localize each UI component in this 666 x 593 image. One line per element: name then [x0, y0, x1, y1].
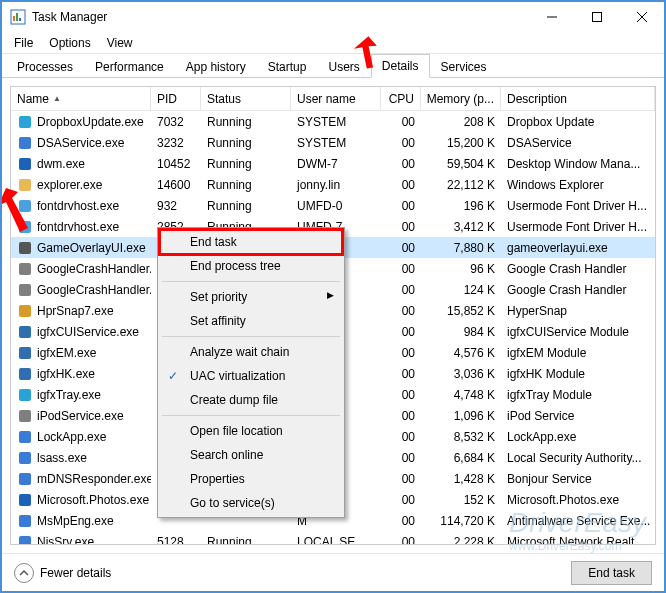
menu-file[interactable]: File — [6, 34, 41, 52]
process-status: Running — [201, 176, 291, 194]
menu-view[interactable]: View — [99, 34, 141, 52]
svg-rect-22 — [19, 410, 31, 422]
process-memory: 59,504 K — [421, 155, 501, 173]
process-description: Bonjour Service — [501, 470, 655, 488]
col-header-user[interactable]: User name — [291, 87, 381, 110]
process-icon — [17, 345, 33, 361]
process-pid: 5128 — [151, 533, 201, 545]
tab-services[interactable]: Services — [430, 55, 498, 78]
tab-users[interactable]: Users — [317, 55, 370, 78]
col-header-status[interactable]: Status — [201, 87, 291, 110]
context-menu-label: Set affinity — [190, 314, 246, 328]
process-description: Windows Explorer — [501, 176, 655, 194]
context-menu-item[interactable]: Analyze wait chain — [160, 340, 342, 364]
process-pid: 7032 — [151, 113, 201, 131]
process-description: Usermode Font Driver H... — [501, 218, 655, 236]
minimize-button[interactable] — [529, 2, 574, 32]
process-cpu: 00 — [381, 155, 421, 173]
col-header-memory[interactable]: Memory (p... — [421, 87, 501, 110]
context-menu-item[interactable]: Go to service(s) — [160, 491, 342, 515]
svg-rect-12 — [19, 200, 31, 212]
process-cpu: 00 — [381, 197, 421, 215]
process-description: igfxTray Module — [501, 386, 655, 404]
context-menu-item[interactable]: End process tree — [160, 254, 342, 278]
table-row[interactable]: DropboxUpdate.exe7032RunningSYSTEM00208 … — [11, 111, 655, 132]
process-memory: 15,200 K — [421, 134, 501, 152]
tab-app-history[interactable]: App history — [175, 55, 257, 78]
close-button[interactable] — [619, 2, 664, 32]
process-icon — [17, 513, 33, 529]
process-memory: 7,880 K — [421, 239, 501, 257]
process-name: fontdrvhost.exe — [37, 220, 119, 234]
col-header-pid[interactable]: PID — [151, 87, 201, 110]
process-icon — [17, 198, 33, 214]
process-user: DWM-7 — [291, 155, 381, 173]
process-icon — [17, 114, 33, 130]
process-name: GameOverlayUI.exe — [37, 241, 146, 255]
table-row[interactable]: fontdrvhost.exe932RunningUMFD-000196 KUs… — [11, 195, 655, 216]
tab-processes[interactable]: Processes — [6, 55, 84, 78]
table-row[interactable]: NisSrv.exe5128RunningLOCAL SE...002,228 … — [11, 531, 655, 544]
process-name: igfxHK.exe — [37, 367, 95, 381]
menu-options[interactable]: Options — [41, 34, 98, 52]
col-header-name[interactable]: Name▲ — [11, 87, 151, 110]
svg-rect-18 — [19, 326, 31, 338]
process-cpu: 00 — [381, 428, 421, 446]
process-memory: 96 K — [421, 260, 501, 278]
context-menu-item[interactable]: End task — [160, 230, 342, 254]
process-icon — [17, 408, 33, 424]
maximize-button[interactable] — [574, 2, 619, 32]
process-description: Microsoft.Photos.exe — [501, 491, 655, 509]
process-status: Running — [201, 134, 291, 152]
tab-performance[interactable]: Performance — [84, 55, 175, 78]
table-row[interactable]: dwm.exe10452RunningDWM-70059,504 KDeskto… — [11, 153, 655, 174]
svg-rect-17 — [19, 305, 31, 317]
process-icon — [17, 156, 33, 172]
context-menu-label: End task — [190, 235, 237, 249]
context-menu-item[interactable]: ✓UAC virtualization — [160, 364, 342, 388]
process-name: HprSnap7.exe — [37, 304, 114, 318]
fewer-details-button[interactable]: Fewer details — [14, 563, 571, 583]
context-menu-label: Search online — [190, 448, 263, 462]
process-memory: 124 K — [421, 281, 501, 299]
process-user: LOCAL SE... — [291, 533, 381, 545]
col-header-description[interactable]: Description — [501, 87, 655, 110]
end-task-button[interactable]: End task — [571, 561, 652, 585]
process-user: SYSTEM — [291, 134, 381, 152]
context-menu-label: Analyze wait chain — [190, 345, 289, 359]
process-name: igfxTray.exe — [37, 388, 101, 402]
context-menu-item[interactable]: Create dump file — [160, 388, 342, 412]
process-cpu: 00 — [381, 449, 421, 467]
tab-details[interactable]: Details — [371, 54, 430, 78]
process-memory: 2,228 K — [421, 533, 501, 545]
process-description: Usermode Font Driver H... — [501, 197, 655, 215]
process-cpu: 00 — [381, 281, 421, 299]
process-cpu: 00 — [381, 470, 421, 488]
process-cpu: 00 — [381, 407, 421, 425]
process-status: Running — [201, 113, 291, 131]
process-memory: 984 K — [421, 323, 501, 341]
table-row[interactable]: DSAService.exe3232RunningSYSTEM0015,200 … — [11, 132, 655, 153]
process-cpu: 00 — [381, 218, 421, 236]
process-description: Dropbox Update — [501, 113, 655, 131]
process-name: lsass.exe — [37, 451, 87, 465]
context-menu-item[interactable]: Set priority▶ — [160, 285, 342, 309]
context-menu-item[interactable]: Set affinity — [160, 309, 342, 333]
process-cpu: 00 — [381, 134, 421, 152]
svg-rect-23 — [19, 431, 31, 443]
process-name: mDNSResponder.exe — [37, 472, 151, 486]
process-status — [201, 519, 291, 523]
table-row[interactable]: explorer.exe14600Runningjonny.lin0022,11… — [11, 174, 655, 195]
context-menu-item[interactable]: Properties — [160, 467, 342, 491]
svg-rect-26 — [19, 494, 31, 506]
col-header-cpu[interactable]: CPU — [381, 87, 421, 110]
context-menu-item[interactable]: Search online — [160, 443, 342, 467]
check-icon: ✓ — [168, 369, 178, 383]
tab-startup[interactable]: Startup — [257, 55, 318, 78]
window-title: Task Manager — [32, 10, 529, 24]
menu-separator — [162, 336, 340, 337]
context-menu-item[interactable]: Open file location — [160, 419, 342, 443]
process-memory: 4,576 K — [421, 344, 501, 362]
process-cpu: 00 — [381, 113, 421, 131]
process-pid: 932 — [151, 197, 201, 215]
